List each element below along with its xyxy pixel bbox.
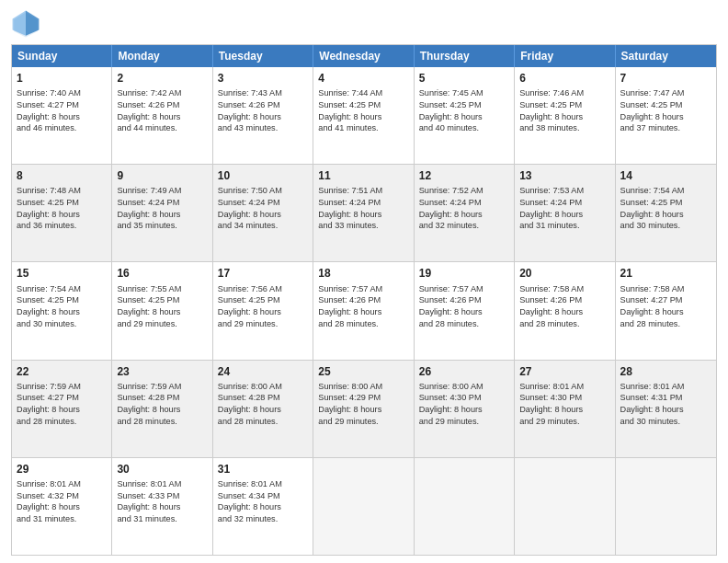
calendar-cell: 4Sunrise: 7:44 AM Sunset: 4:25 PM Daylig…: [313, 67, 414, 164]
calendar-cell: 7Sunrise: 7:47 AM Sunset: 4:25 PM Daylig…: [616, 67, 716, 164]
day-number: 30: [117, 462, 207, 477]
day-number: 1: [17, 71, 107, 86]
day-number: 4: [318, 71, 408, 86]
calendar-cell: 11Sunrise: 7:51 AM Sunset: 4:24 PM Dayli…: [313, 165, 414, 261]
calendar-cell: 17Sunrise: 7:56 AM Sunset: 4:25 PM Dayli…: [213, 262, 313, 359]
day-info: Sunrise: 7:48 AM Sunset: 4:25 PM Dayligh…: [17, 185, 107, 232]
calendar-cell: 25Sunrise: 8:00 AM Sunset: 4:29 PM Dayli…: [313, 361, 414, 457]
calendar-body: 1Sunrise: 7:40 AM Sunset: 4:27 PM Daylig…: [12, 67, 716, 555]
day-info: Sunrise: 7:46 AM Sunset: 4:25 PM Dayligh…: [519, 87, 609, 134]
calendar-row: 22Sunrise: 7:59 AM Sunset: 4:27 PM Dayli…: [12, 360, 716, 457]
day-info: Sunrise: 7:42 AM Sunset: 4:26 PM Dayligh…: [117, 87, 207, 134]
calendar-cell: 21Sunrise: 7:58 AM Sunset: 4:27 PM Dayli…: [616, 262, 716, 359]
day-info: Sunrise: 7:58 AM Sunset: 4:27 PM Dayligh…: [620, 283, 711, 330]
day-of-week-header: Saturday: [616, 45, 716, 67]
day-info: Sunrise: 7:57 AM Sunset: 4:26 PM Dayligh…: [318, 283, 408, 330]
day-info: Sunrise: 8:01 AM Sunset: 4:33 PM Dayligh…: [117, 478, 207, 525]
day-info: Sunrise: 7:57 AM Sunset: 4:26 PM Dayligh…: [419, 283, 509, 330]
calendar-cell: 1Sunrise: 7:40 AM Sunset: 4:27 PM Daylig…: [12, 67, 112, 164]
calendar-cell: 8Sunrise: 7:48 AM Sunset: 4:25 PM Daylig…: [12, 165, 112, 261]
day-info: Sunrise: 7:52 AM Sunset: 4:24 PM Dayligh…: [419, 185, 509, 232]
day-number: 2: [117, 71, 207, 86]
day-info: Sunrise: 7:54 AM Sunset: 4:25 PM Dayligh…: [17, 283, 107, 330]
calendar-header: SundayMondayTuesdayWednesdayThursdayFrid…: [12, 45, 716, 67]
day-of-week-header: Monday: [112, 45, 212, 67]
day-number: 6: [519, 71, 609, 86]
calendar-cell: 10Sunrise: 7:50 AM Sunset: 4:24 PM Dayli…: [213, 165, 313, 261]
day-of-week-header: Thursday: [415, 45, 515, 67]
day-info: Sunrise: 7:40 AM Sunset: 4:27 PM Dayligh…: [17, 87, 107, 134]
day-number: 24: [218, 364, 308, 379]
day-info: Sunrise: 7:53 AM Sunset: 4:24 PM Dayligh…: [519, 185, 609, 232]
day-number: 10: [218, 168, 308, 183]
day-info: Sunrise: 7:44 AM Sunset: 4:25 PM Dayligh…: [318, 87, 408, 134]
day-info: Sunrise: 7:59 AM Sunset: 4:28 PM Dayligh…: [117, 381, 207, 428]
day-number: 20: [519, 266, 609, 281]
day-info: Sunrise: 8:01 AM Sunset: 4:30 PM Dayligh…: [519, 381, 609, 428]
logo-icon: [11, 9, 40, 39]
day-number: 23: [117, 364, 207, 379]
day-info: Sunrise: 7:51 AM Sunset: 4:24 PM Dayligh…: [318, 185, 408, 232]
calendar-cell: 28Sunrise: 8:01 AM Sunset: 4:31 PM Dayli…: [616, 361, 716, 457]
calendar-cell: 31Sunrise: 8:01 AM Sunset: 4:34 PM Dayli…: [213, 458, 313, 555]
calendar-cell: 16Sunrise: 7:55 AM Sunset: 4:25 PM Dayli…: [112, 262, 212, 359]
calendar-cell: [415, 458, 515, 555]
calendar-cell: 5Sunrise: 7:45 AM Sunset: 4:25 PM Daylig…: [415, 67, 515, 164]
day-number: 7: [620, 71, 711, 86]
calendar-cell: 12Sunrise: 7:52 AM Sunset: 4:24 PM Dayli…: [415, 165, 515, 261]
day-number: 9: [117, 168, 207, 183]
calendar-cell: 24Sunrise: 8:00 AM Sunset: 4:28 PM Dayli…: [213, 361, 313, 457]
day-number: 19: [419, 266, 509, 281]
day-info: Sunrise: 7:49 AM Sunset: 4:24 PM Dayligh…: [117, 185, 207, 232]
day-info: Sunrise: 7:54 AM Sunset: 4:25 PM Dayligh…: [620, 185, 711, 232]
svg-marker-1: [26, 11, 39, 36]
day-info: Sunrise: 7:58 AM Sunset: 4:26 PM Dayligh…: [519, 283, 609, 330]
calendar-cell: 18Sunrise: 7:57 AM Sunset: 4:26 PM Dayli…: [313, 262, 414, 359]
day-info: Sunrise: 8:01 AM Sunset: 4:34 PM Dayligh…: [218, 478, 308, 525]
day-number: 27: [519, 364, 609, 379]
day-number: 5: [419, 71, 509, 86]
day-number: 8: [17, 168, 107, 183]
calendar-cell: 23Sunrise: 7:59 AM Sunset: 4:28 PM Dayli…: [112, 361, 212, 457]
day-number: 16: [117, 266, 207, 281]
day-info: Sunrise: 8:01 AM Sunset: 4:32 PM Dayligh…: [17, 478, 107, 525]
calendar-row: 29Sunrise: 8:01 AM Sunset: 4:32 PM Dayli…: [12, 457, 716, 555]
day-number: 3: [218, 71, 308, 86]
day-info: Sunrise: 7:47 AM Sunset: 4:25 PM Dayligh…: [620, 87, 711, 134]
day-number: 11: [318, 168, 408, 183]
calendar-cell: 22Sunrise: 7:59 AM Sunset: 4:27 PM Dayli…: [12, 361, 112, 457]
day-info: Sunrise: 8:00 AM Sunset: 4:29 PM Dayligh…: [318, 381, 408, 428]
day-info: Sunrise: 7:45 AM Sunset: 4:25 PM Dayligh…: [419, 87, 509, 134]
day-info: Sunrise: 7:56 AM Sunset: 4:25 PM Dayligh…: [218, 283, 308, 330]
calendar-cell: 29Sunrise: 8:01 AM Sunset: 4:32 PM Dayli…: [12, 458, 112, 555]
calendar-cell: [616, 458, 716, 555]
day-number: 31: [218, 462, 308, 477]
calendar-cell: 2Sunrise: 7:42 AM Sunset: 4:26 PM Daylig…: [112, 67, 212, 164]
calendar-row: 8Sunrise: 7:48 AM Sunset: 4:25 PM Daylig…: [12, 164, 716, 261]
day-number: 21: [620, 266, 711, 281]
day-number: 18: [318, 266, 408, 281]
calendar-cell: 9Sunrise: 7:49 AM Sunset: 4:24 PM Daylig…: [112, 165, 212, 261]
day-number: 29: [17, 462, 107, 477]
day-number: 17: [218, 266, 308, 281]
calendar-cell: 3Sunrise: 7:43 AM Sunset: 4:26 PM Daylig…: [213, 67, 313, 164]
day-number: 26: [419, 364, 509, 379]
day-number: 15: [17, 266, 107, 281]
calendar-cell: 27Sunrise: 8:01 AM Sunset: 4:30 PM Dayli…: [515, 361, 615, 457]
day-info: Sunrise: 7:55 AM Sunset: 4:25 PM Dayligh…: [117, 283, 207, 330]
calendar-cell: 26Sunrise: 8:00 AM Sunset: 4:30 PM Dayli…: [415, 361, 515, 457]
day-number: 28: [620, 364, 711, 379]
day-number: 22: [17, 364, 107, 379]
calendar-cell: 14Sunrise: 7:54 AM Sunset: 4:25 PM Dayli…: [616, 165, 716, 261]
page-header: [11, 9, 717, 39]
day-number: 25: [318, 364, 408, 379]
day-info: Sunrise: 7:50 AM Sunset: 4:24 PM Dayligh…: [218, 185, 308, 232]
day-of-week-header: Wednesday: [313, 45, 414, 67]
day-of-week-header: Sunday: [12, 45, 112, 67]
day-info: Sunrise: 7:43 AM Sunset: 4:26 PM Dayligh…: [218, 87, 308, 134]
calendar-cell: 20Sunrise: 7:58 AM Sunset: 4:26 PM Dayli…: [515, 262, 615, 359]
day-number: 14: [620, 168, 711, 183]
calendar-cell: 15Sunrise: 7:54 AM Sunset: 4:25 PM Dayli…: [12, 262, 112, 359]
svg-marker-2: [13, 11, 26, 36]
calendar-cell: 6Sunrise: 7:46 AM Sunset: 4:25 PM Daylig…: [515, 67, 615, 164]
